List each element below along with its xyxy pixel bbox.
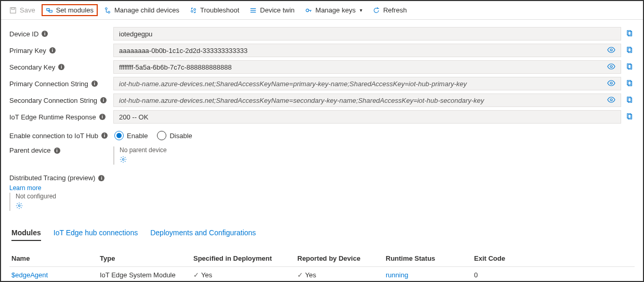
svg-point-20: [610, 49, 612, 51]
module-type: IoT Edge System Module: [100, 271, 193, 279]
parent-device-value: No parent device: [120, 146, 167, 154]
manage-child-label: Manage child devices: [114, 6, 179, 14]
copy-icon[interactable]: [625, 113, 635, 122]
svg-point-35: [18, 205, 20, 207]
svg-point-29: [610, 99, 612, 101]
runtime-status-link[interactable]: running: [386, 271, 408, 279]
tab-deployments[interactable]: Deployments and Configurations: [150, 225, 256, 241]
svg-point-15: [306, 9, 309, 11]
table-header: Name Type Specified in Deployment Report…: [9, 250, 635, 267]
toolbar: Save Set modules Manage child devices Tr…: [1, 1, 643, 20]
info-icon[interactable]: i: [49, 47, 56, 53]
copy-icon[interactable]: [625, 46, 635, 55]
col-name: Name: [11, 254, 100, 262]
svg-rect-0: [10, 7, 16, 13]
radio-icon: [157, 131, 166, 140]
enable-radio-group: Enable Disable: [113, 131, 192, 140]
device-twin-button[interactable]: Device twin: [245, 4, 298, 16]
refresh-icon: [373, 7, 380, 14]
info-icon[interactable]: i: [99, 114, 106, 120]
primary-key-label: Primary Key i: [9, 47, 113, 55]
svg-point-7: [108, 11, 110, 13]
device-id-label: Device ID i: [9, 30, 113, 38]
svg-rect-2: [46, 8, 49, 10]
device-twin-icon: [249, 7, 257, 14]
runtime-response-value: 200 -- OK: [113, 110, 621, 124]
svg-point-6: [106, 7, 108, 9]
disable-radio[interactable]: Disable: [157, 131, 192, 140]
info-icon[interactable]: i: [98, 175, 104, 181]
refresh-button[interactable]: Refresh: [369, 4, 411, 16]
module-name-link[interactable]: $edgeAgent: [11, 271, 48, 279]
radio-icon-checked: [114, 131, 124, 140]
module-reported: ✓Yes: [297, 271, 386, 279]
secondary-key-label: Secondary Key i: [9, 63, 113, 71]
col-type: Type: [100, 254, 193, 262]
tab-hub-connections[interactable]: IoT Edge hub connections: [54, 225, 138, 241]
child-devices-icon: [104, 7, 111, 14]
troubleshoot-icon: [190, 7, 197, 14]
parent-device-block: No parent device: [113, 146, 167, 165]
eye-icon[interactable]: [607, 47, 615, 55]
info-icon[interactable]: i: [42, 31, 48, 37]
col-reported: Reported by Device: [297, 254, 386, 262]
save-icon: [9, 7, 17, 14]
save-button: Save: [5, 4, 40, 16]
learn-more-link[interactable]: Learn more: [9, 184, 41, 192]
manage-keys-button[interactable]: Manage keys ▾: [301, 4, 366, 16]
table-row: $edgeAgentIoT Edge System Module✓Yes✓Yes…: [9, 267, 635, 282]
manage-keys-label: Manage keys: [316, 6, 356, 14]
svg-rect-1: [11, 7, 14, 9]
parent-device-row: Parent device i No parent device: [9, 146, 635, 165]
svg-point-23: [610, 65, 612, 68]
tab-modules[interactable]: Modules: [11, 225, 41, 241]
modules-table: Name Type Specified in Deployment Report…: [9, 250, 635, 282]
content-area: Device ID i iotedgegpu Primary Key i aaa…: [1, 20, 643, 282]
eye-icon[interactable]: [607, 63, 615, 71]
troubleshoot-button[interactable]: Troubleshoot: [186, 4, 243, 16]
svg-point-10: [191, 10, 193, 12]
check-icon: ✓: [297, 271, 303, 279]
copy-icon[interactable]: [625, 63, 635, 72]
copy-icon[interactable]: [625, 79, 635, 88]
refresh-label: Refresh: [383, 6, 407, 14]
device-id-row: Device ID i iotedgegpu: [9, 26, 635, 42]
enable-connection-label: Enable connection to IoT Hub i: [9, 132, 113, 140]
copy-icon[interactable]: [625, 30, 635, 38]
copy-icon[interactable]: [625, 96, 635, 105]
enable-radio[interactable]: Enable: [114, 131, 148, 140]
distributed-tracing-section: Distributed Tracing (preview) i Learn mo…: [9, 174, 635, 211]
set-modules-button[interactable]: Set modules: [42, 4, 98, 16]
tracing-block: Not configured: [9, 193, 635, 211]
svg-point-26: [610, 82, 612, 84]
col-exit: Exit Code: [474, 254, 536, 262]
svg-point-11: [194, 8, 196, 10]
svg-rect-3: [49, 10, 52, 12]
col-specified: Specified in Deployment: [193, 254, 297, 262]
secondary-conn-value: iot-hub-name.azure-devices.net;SharedAcc…: [113, 93, 621, 107]
info-icon[interactable]: i: [58, 64, 64, 70]
svg-point-34: [122, 158, 124, 160]
runtime-response-label: IoT Edge Runtime Response i: [9, 113, 113, 121]
info-icon[interactable]: i: [100, 97, 107, 103]
secondary-key-row: Secondary Key i ffffffff-5a5a-6b6b-7c7c-…: [9, 59, 635, 75]
eye-icon[interactable]: [607, 97, 615, 104]
set-modules-label: Set modules: [56, 6, 94, 14]
save-label: Save: [20, 6, 35, 14]
info-icon[interactable]: i: [101, 132, 108, 139]
device-id-value: iotedgegpu: [113, 27, 621, 41]
gear-icon[interactable]: [16, 202, 23, 211]
info-icon[interactable]: i: [54, 147, 60, 154]
tracing-status: Not configured: [16, 193, 635, 200]
gear-icon[interactable]: [120, 156, 127, 165]
secondary-conn-label: Secondary Connection String i: [9, 97, 113, 104]
eye-icon[interactable]: [607, 80, 615, 88]
secondary-key-value: ffffffff-5a5a-6b6b-7c7c-888888888888: [113, 60, 621, 74]
info-icon[interactable]: i: [91, 80, 98, 87]
keys-icon: [305, 7, 312, 14]
manage-child-devices-button[interactable]: Manage child devices: [100, 4, 183, 16]
parent-device-label: Parent device i: [9, 146, 113, 154]
runtime-response-row: IoT Edge Runtime Response i 200 -- OK: [9, 109, 635, 125]
primary-conn-row: Primary Connection String i iot-hub-name…: [9, 76, 635, 91]
troubleshoot-label: Troubleshoot: [200, 6, 239, 14]
